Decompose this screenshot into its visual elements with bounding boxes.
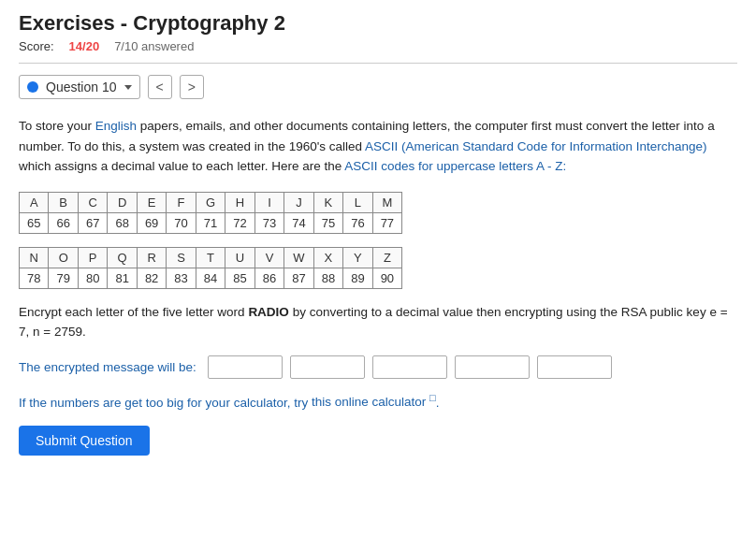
ascii-val-81: 81 [108, 268, 137, 288]
question-dot [27, 81, 38, 93]
ascii-col-V: V [254, 247, 284, 268]
ascii-val-77: 77 [372, 212, 401, 233]
header-divider [19, 63, 737, 64]
chevron-down-icon [124, 85, 132, 90]
ascii-col-O: O [49, 247, 78, 268]
ascii-col-M: M [372, 192, 401, 212]
ascii-col-G: G [196, 192, 225, 212]
ascii-col-A: A [20, 192, 49, 212]
ascii-val-78: 78 [20, 268, 49, 288]
ascii-val-86: 86 [254, 268, 284, 288]
ascii-table1-value-row: 65 66 67 68 69 70 71 72 73 74 75 76 77 [20, 212, 402, 233]
ascii-val-66: 66 [49, 212, 78, 233]
score-value: 14/20 [69, 39, 100, 53]
ascii-val-82: 82 [137, 268, 166, 288]
ascii-val-71: 71 [196, 212, 225, 233]
answer-row: The encrypted message will be: [19, 355, 737, 379]
ascii-col-F: F [167, 192, 196, 212]
answer-input-3[interactable] [372, 355, 447, 379]
ascii-val-85: 85 [225, 268, 254, 288]
ascii-col-K: K [313, 192, 342, 212]
ascii-col-J: J [284, 192, 313, 212]
ascii-table1-header-row: A B C D E F G H I J K L M [20, 192, 402, 212]
ascii-col-N: N [20, 247, 49, 268]
ascii-table-2: N O P Q R S T U V W X Y Z 78 79 80 81 82… [19, 247, 402, 289]
prev-question-button[interactable]: < [148, 75, 172, 99]
highlight-ascii-codes: ASCII codes for uppercase letters A - Z: [344, 159, 566, 173]
score-label: Score: [19, 39, 54, 53]
submit-question-button[interactable]: Submit Question [19, 426, 150, 456]
ascii-col-H: H [225, 192, 254, 212]
ascii-val-72: 72 [225, 212, 254, 233]
ascii-val-69: 69 [137, 212, 166, 233]
ascii-col-Y: Y [343, 247, 372, 268]
ascii-table2-header-row: N O P Q R S T U V W X Y Z [20, 247, 402, 268]
question-selector[interactable]: Question 10 [19, 75, 140, 99]
ascii-col-T: T [196, 247, 225, 268]
calculator-note-text: If the numbers are get too big for your … [19, 395, 439, 409]
highlight-english: English [95, 119, 137, 133]
encrypt-description: Encrypt each letter of the five letter w… [19, 302, 737, 342]
ascii-val-76: 76 [343, 212, 372, 233]
calculator-note: If the numbers are get too big for your … [19, 392, 737, 410]
online-calculator-link[interactable]: this online calculator □ [312, 395, 436, 409]
answer-input-1[interactable] [208, 355, 283, 379]
answer-label: The encrypted message will be: [19, 360, 196, 374]
ascii-val-79: 79 [49, 268, 78, 288]
answer-input-4[interactable] [455, 355, 530, 379]
page-title: Exercises - Cryptography 2 [19, 11, 737, 36]
ascii-val-73: 73 [254, 212, 284, 233]
ascii-col-B: B [49, 192, 78, 212]
ascii-tables: A B C D E F G H I J K L M 65 66 67 68 69… [19, 192, 737, 289]
ascii-val-75: 75 [313, 212, 342, 233]
ascii-col-R: R [137, 247, 166, 268]
ascii-col-L: L [343, 192, 372, 212]
question-selector-label: Question 10 [46, 80, 117, 94]
ascii-val-67: 67 [78, 212, 107, 233]
question-navigation: Question 10 < > [19, 75, 737, 99]
word-radio: RADIO [248, 305, 289, 319]
ascii-col-Q: Q [108, 247, 137, 268]
ascii-col-C: C [78, 192, 107, 212]
ascii-val-74: 74 [284, 212, 313, 233]
question-paragraph1: To store your English papers, emails, an… [19, 116, 737, 177]
ascii-val-83: 83 [167, 268, 196, 288]
ascii-val-90: 90 [372, 268, 401, 288]
ascii-val-89: 89 [343, 268, 372, 288]
ascii-col-X: X [313, 247, 342, 268]
ascii-col-I: I [254, 192, 284, 212]
external-link-icon: □ [429, 392, 436, 403]
ascii-col-W: W [284, 247, 313, 268]
highlight-ascii: ASCII (American Standard Code for Inform… [365, 139, 706, 153]
ascii-table-1: A B C D E F G H I J K L M 65 66 67 68 69… [19, 192, 402, 234]
next-question-button[interactable]: > [180, 75, 204, 99]
ascii-table2-value-row: 78 79 80 81 82 83 84 85 86 87 88 89 90 [20, 268, 402, 288]
answer-input-5[interactable] [537, 355, 612, 379]
ascii-col-D: D [108, 192, 137, 212]
ascii-val-84: 84 [196, 268, 225, 288]
ascii-val-68: 68 [108, 212, 137, 233]
ascii-col-S: S [167, 247, 196, 268]
ascii-col-U: U [225, 247, 254, 268]
ascii-val-70: 70 [167, 212, 196, 233]
question-body: To store your English papers, emails, an… [19, 116, 737, 177]
answer-input-2[interactable] [290, 355, 365, 379]
ascii-col-Z: Z [372, 247, 401, 268]
ascii-val-80: 80 [78, 268, 107, 288]
ascii-col-E: E [137, 192, 166, 212]
ascii-col-P: P [78, 247, 107, 268]
ascii-val-65: 65 [20, 212, 49, 233]
ascii-val-88: 88 [313, 268, 342, 288]
answered-label: 7/10 answered [114, 39, 194, 53]
ascii-val-87: 87 [284, 268, 313, 288]
